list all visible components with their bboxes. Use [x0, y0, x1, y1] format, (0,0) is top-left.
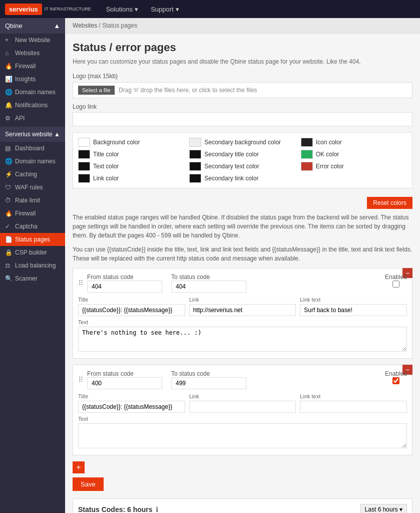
sidebar-item-load-balancing[interactable]: ⚖ Load balancing	[0, 259, 65, 272]
text-color-swatch[interactable]	[78, 162, 90, 171]
save-button[interactable]: Save	[73, 477, 104, 491]
secondary-bg-label: Secondary background color	[204, 139, 281, 146]
sidebar-item-domain-names2[interactable]: 🌐 Domain names	[0, 155, 65, 168]
enabled-section-1: Enabled	[385, 370, 407, 384]
file-upload-area[interactable]: Select a file Drag 'n' drop the files he…	[73, 82, 412, 98]
secondary-title-swatch[interactable]	[189, 150, 201, 159]
link-input-0[interactable]	[189, 304, 296, 316]
background-color-row: Background color	[78, 138, 184, 147]
secondary-text-swatch[interactable]	[189, 162, 201, 171]
title-field-1: Title	[78, 393, 185, 413]
enabled-section-0: Enabled	[385, 274, 407, 288]
drag-handle-0[interactable]: ⠿	[78, 279, 83, 287]
background-color-swatch[interactable]	[78, 138, 90, 147]
status-card-0: − ⠿ From status code To status code Enab…	[73, 268, 412, 359]
sidebar-item-firewall2[interactable]: 🔥 Firewall	[0, 207, 65, 220]
text-field-container-1: Text	[78, 416, 407, 450]
chevron-down-icon: ▾	[176, 6, 179, 13]
sidebar-item-firewall[interactable]: 🔥 Firewall	[0, 60, 65, 73]
ok-color-swatch[interactable]	[301, 150, 313, 159]
link-text-label-0: Link text	[300, 297, 407, 303]
chart-time-button[interactable]: Last 6 hours ▾	[360, 504, 407, 513]
secondary-text-label: Secondary text color	[204, 163, 259, 170]
sidebar-item-waf-rules[interactable]: 🛡 WAF rules	[0, 181, 65, 194]
enabled-checkbox-1[interactable]	[392, 377, 399, 384]
status-icon: 📄	[5, 236, 12, 243]
drag-handle-1[interactable]: ⠿	[78, 376, 83, 384]
sidebar-item-scanner[interactable]: 🔍 Scanner	[0, 272, 65, 285]
link-color-swatch[interactable]	[78, 174, 90, 183]
from-code-input-0[interactable]	[87, 281, 162, 293]
breadcrumb-websites[interactable]: Websites	[73, 22, 97, 29]
text-area-1[interactable]	[78, 423, 407, 448]
sidebar-item-csp-builder[interactable]: 🔒 CSP builder	[0, 246, 65, 259]
captcha-icon: ✓	[5, 223, 12, 230]
from-code-input-1[interactable]	[87, 377, 162, 389]
sidebar-item-notifications[interactable]: 🔔 Notifications	[0, 99, 65, 112]
add-status-card-button[interactable]: +	[73, 461, 85, 473]
error-color-swatch[interactable]	[301, 162, 313, 171]
text-area-0[interactable]: There's nothing to see here... :)	[78, 327, 407, 352]
title-color-swatch[interactable]	[78, 150, 90, 159]
sidebar-item-api[interactable]: ⚙ API	[0, 112, 65, 125]
secondary-bg-swatch[interactable]	[189, 138, 201, 147]
chart-title: Status Codes: 6 hours	[78, 505, 153, 513]
icon-color-row: Icon color	[301, 138, 407, 147]
sidebar-item-insights[interactable]: 📊 Insights	[0, 73, 65, 86]
main-content: Websites / Status pages Status / error p…	[65, 18, 420, 513]
info-icon: ℹ	[156, 505, 158, 513]
enabled-checkbox-0[interactable]	[392, 281, 399, 288]
link-text-label-1: Link text	[300, 393, 407, 399]
secondary-link-swatch[interactable]	[189, 174, 201, 183]
icon-color-label: Icon color	[316, 139, 342, 146]
chart-icon: 📊	[5, 76, 12, 83]
scanner-icon: 🔍	[5, 275, 12, 282]
enabled-label-1: Enabled	[385, 370, 407, 377]
enabled-label-0: Enabled	[385, 274, 407, 281]
solutions-nav[interactable]: Solutions ▾	[101, 3, 143, 16]
secondary-title-label: Secondary title color	[204, 151, 259, 158]
firewall2-icon: 🔥	[5, 210, 12, 217]
text-label-1: Text	[78, 416, 407, 422]
title-input-0[interactable]	[78, 304, 185, 316]
bell-icon: 🔔	[5, 102, 12, 109]
sidebar-item-domain-names[interactable]: 🌐 Domain names	[0, 86, 65, 99]
from-code-group-0: From status code	[87, 274, 162, 293]
page-description: Here you can customize your status pages…	[73, 58, 412, 65]
to-code-input-1[interactable]	[171, 377, 246, 389]
reset-colors-button[interactable]: Reset colors	[367, 197, 412, 209]
sidebar-item-rate-limit[interactable]: ⏱ Rate limit	[0, 194, 65, 207]
serverius-section-header[interactable]: Serverius website ▲	[0, 127, 65, 142]
from-code-group-1: From status code	[87, 370, 162, 389]
title-input-1[interactable]	[78, 401, 185, 413]
icon-color-swatch[interactable]	[301, 138, 313, 147]
from-label-0: From status code	[87, 274, 162, 281]
sidebar-item-status-pages[interactable]: 📄 Status pages	[0, 233, 65, 246]
logo-link-input[interactable]	[73, 112, 412, 126]
link-text-input-1[interactable]	[300, 401, 407, 413]
error-color-label: Error color	[316, 163, 344, 170]
sidebar-item-dashboard[interactable]: ▤ Dashboard	[0, 142, 65, 155]
support-nav[interactable]: Support ▾	[146, 3, 184, 16]
breadcrumb-status-pages: Status pages	[102, 22, 137, 29]
sidebar-item-new-website[interactable]: + New Website	[0, 34, 65, 47]
link-input-1[interactable]	[189, 401, 296, 413]
csp-icon: 🔒	[5, 249, 12, 256]
sidebar-item-websites[interactable]: ⌂ Websites	[0, 47, 65, 60]
title-field-0: Title	[78, 297, 185, 316]
to-code-input-0[interactable]	[171, 281, 246, 293]
background-color-label: Background color	[93, 139, 140, 146]
sidebar-item-caching[interactable]: ⚡ Caching	[0, 168, 65, 181]
chart-header: Status Codes: 6 hours ℹ Last 6 hours ▾	[78, 504, 407, 513]
rate-icon: ⏱	[5, 197, 12, 204]
qbine-section-header[interactable]: Qbine ▲	[0, 18, 65, 34]
api-icon: ⚙	[5, 115, 12, 122]
globe-icon: 🌐	[5, 89, 12, 96]
logo-upload-label: Logo (max 15kb)	[73, 73, 412, 80]
link-text-input-0[interactable]	[300, 304, 407, 316]
sidebar-item-captcha[interactable]: ✓ Captcha	[0, 220, 65, 233]
plus-icon: +	[5, 37, 12, 44]
globe-icon2: 🌐	[5, 158, 12, 165]
chevron-down-icon: ▾	[135, 6, 138, 13]
select-file-button[interactable]: Select a file	[78, 86, 115, 95]
